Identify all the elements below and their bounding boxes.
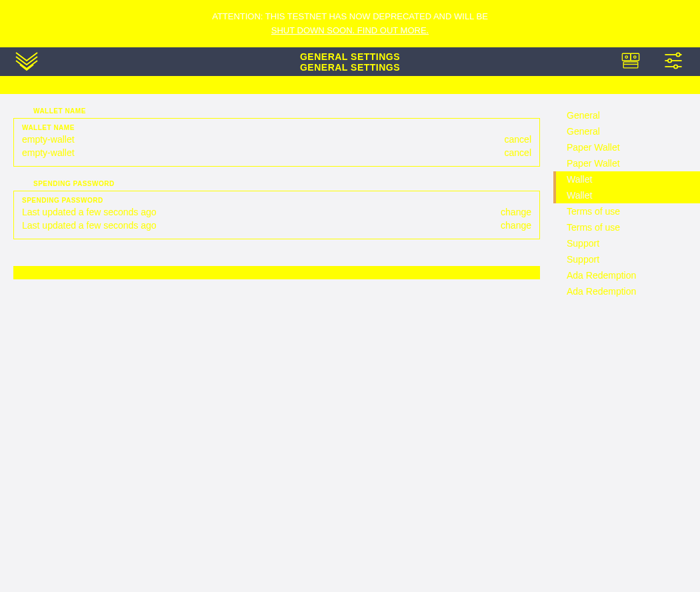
sidebar-item-ada-redemption[interactable]: Ada Redemption [553, 283, 700, 299]
yellow-divider-bar [0, 76, 700, 94]
wallet-name-block: WALLET NAME WALLET NAME empty-wallet can… [13, 107, 540, 167]
svg-point-10 [674, 65, 677, 68]
sidebar-item-general[interactable]: General [553, 107, 700, 123]
sidebar-item-paper-wallet[interactable]: Paper Wallet [553, 139, 700, 155]
topbar: GENERAL SETTINGS GENERAL SETTINGS [0, 47, 700, 76]
sidebar-item-wallet[interactable]: Wallet [553, 187, 700, 203]
sidebar-item-wallet[interactable]: Wallet [553, 171, 700, 187]
sidebar-item-support[interactable]: Support [553, 235, 700, 251]
spending-password-label-outer: SPENDING PASSWORD [33, 180, 540, 187]
wallet-name-label-outer: WALLET NAME [33, 107, 540, 115]
wallet-name-value-dup[interactable]: empty-wallet [22, 147, 75, 158]
wallet-name-cancel[interactable]: cancel [505, 134, 531, 145]
sidebar-item-terms-of-use[interactable]: Terms of use [553, 203, 700, 219]
spending-password-label-inner: SPENDING PASSWORD [22, 197, 531, 204]
spending-password-value: Last updated a few seconds ago [22, 207, 157, 217]
settings-sidebar: GeneralGeneralPaper WalletPaper WalletWa… [553, 94, 700, 592]
banner-line2[interactable]: SHUT DOWN SOON. FIND OUT MORE. [271, 24, 429, 38]
sidebar-item-general[interactable]: General [553, 123, 700, 139]
svg-point-3 [634, 55, 637, 58]
spending-password-box: SPENDING PASSWORD Last updated a few sec… [13, 191, 540, 239]
svg-point-2 [625, 55, 628, 58]
wallet-name-value[interactable]: empty-wallet [22, 134, 75, 145]
wallet-icon[interactable] [617, 49, 644, 75]
sidebar-item-support[interactable]: Support [553, 251, 700, 267]
spending-password-change[interactable]: change [501, 207, 531, 217]
spending-password-block: SPENDING PASSWORD SPENDING PASSWORD Last… [13, 180, 540, 239]
wallet-name-label-inner: WALLET NAME [22, 124, 531, 131]
title-line2: GENERAL SETTINGS [300, 62, 400, 73]
main-panel: WALLET NAME WALLET NAME empty-wallet can… [0, 94, 553, 592]
svg-point-8 [668, 59, 671, 62]
banner-line1: ATTENTION: THIS TESTNET HAS NOW DEPRECAT… [212, 10, 488, 24]
yellow-bar [13, 266, 540, 279]
yoroi-logo-icon [13, 49, 40, 75]
svg-point-6 [677, 53, 680, 56]
spending-password-change-dup[interactable]: change [501, 220, 531, 231]
sidebar-item-paper-wallet[interactable]: Paper Wallet [553, 155, 700, 171]
settings-icon[interactable] [660, 49, 687, 75]
title-line1: GENERAL SETTINGS [300, 51, 400, 62]
sidebar-item-terms-of-use[interactable]: Terms of use [553, 219, 700, 235]
svg-rect-0 [622, 53, 631, 61]
sidebar-item-ada-redemption[interactable]: Ada Redemption [553, 267, 700, 283]
svg-rect-4 [623, 61, 638, 67]
svg-rect-1 [631, 53, 639, 61]
wallet-name-cancel-dup[interactable]: cancel [505, 147, 531, 158]
spending-password-value-dup: Last updated a few seconds ago [22, 220, 157, 231]
deprecation-banner: ATTENTION: THIS TESTNET HAS NOW DEPRECAT… [0, 0, 700, 47]
wallet-name-box: WALLET NAME empty-wallet cancel empty-wa… [13, 118, 540, 167]
page-title: GENERAL SETTINGS GENERAL SETTINGS [300, 51, 400, 73]
